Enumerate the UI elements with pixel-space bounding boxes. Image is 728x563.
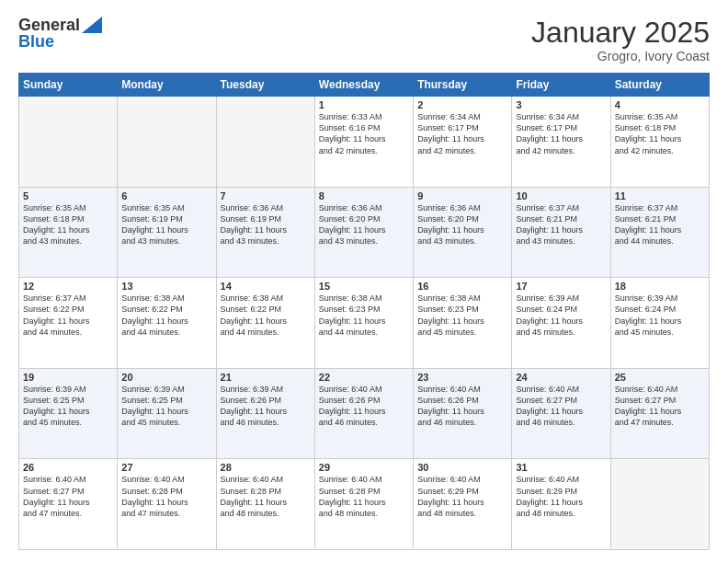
calendar-day-cell bbox=[19, 97, 118, 188]
calendar-day-cell: 19Sunrise: 6:39 AM Sunset: 6:25 PM Dayli… bbox=[19, 368, 118, 459]
day-number: 3 bbox=[516, 99, 606, 110]
day-info: Sunrise: 6:37 AM Sunset: 6:21 PM Dayligh… bbox=[615, 202, 705, 247]
calendar-day-cell: 15Sunrise: 6:38 AM Sunset: 6:23 PM Dayli… bbox=[314, 278, 413, 369]
page: General Blue January 2025 Grogro, Ivory … bbox=[0, 0, 728, 563]
calendar-day-cell: 1Sunrise: 6:33 AM Sunset: 6:16 PM Daylig… bbox=[314, 97, 413, 188]
calendar-day-cell: 22Sunrise: 6:40 AM Sunset: 6:26 PM Dayli… bbox=[314, 368, 413, 459]
day-info: Sunrise: 6:39 AM Sunset: 6:25 PM Dayligh… bbox=[23, 384, 113, 429]
day-info: Sunrise: 6:35 AM Sunset: 6:18 PM Dayligh… bbox=[615, 111, 705, 156]
day-info: Sunrise: 6:36 AM Sunset: 6:20 PM Dayligh… bbox=[319, 202, 409, 247]
calendar-day-cell: 14Sunrise: 6:38 AM Sunset: 6:22 PM Dayli… bbox=[216, 278, 314, 369]
calendar-day-cell bbox=[610, 459, 709, 550]
day-number: 5 bbox=[23, 190, 113, 201]
day-info: Sunrise: 6:40 AM Sunset: 6:28 PM Dayligh… bbox=[121, 474, 211, 519]
calendar-week-row: 19Sunrise: 6:39 AM Sunset: 6:25 PM Dayli… bbox=[19, 368, 710, 459]
day-info: Sunrise: 6:37 AM Sunset: 6:21 PM Dayligh… bbox=[516, 202, 606, 247]
calendar-header-sunday: Sunday bbox=[19, 74, 118, 97]
day-number: 19 bbox=[23, 372, 113, 383]
calendar-day-cell: 30Sunrise: 6:40 AM Sunset: 6:29 PM Dayli… bbox=[414, 459, 512, 550]
day-info: Sunrise: 6:38 AM Sunset: 6:22 PM Dayligh… bbox=[221, 293, 311, 338]
day-number: 13 bbox=[121, 281, 211, 292]
month-title: January 2025 bbox=[531, 17, 710, 49]
day-number: 28 bbox=[221, 462, 311, 473]
calendar-day-cell: 4Sunrise: 6:35 AM Sunset: 6:18 PM Daylig… bbox=[610, 97, 709, 188]
day-number: 6 bbox=[121, 190, 211, 201]
calendar-header-row: SundayMondayTuesdayWednesdayThursdayFrid… bbox=[19, 74, 710, 97]
day-info: Sunrise: 6:39 AM Sunset: 6:24 PM Dayligh… bbox=[516, 293, 606, 338]
day-number: 18 bbox=[615, 281, 705, 292]
calendar-day-cell: 3Sunrise: 6:34 AM Sunset: 6:17 PM Daylig… bbox=[512, 97, 610, 188]
calendar-day-cell: 25Sunrise: 6:40 AM Sunset: 6:27 PM Dayli… bbox=[610, 368, 709, 459]
day-info: Sunrise: 6:37 AM Sunset: 6:22 PM Dayligh… bbox=[23, 293, 113, 338]
calendar-day-cell: 9Sunrise: 6:36 AM Sunset: 6:20 PM Daylig… bbox=[414, 187, 512, 278]
logo-blue: Blue bbox=[18, 33, 54, 50]
calendar-day-cell: 6Sunrise: 6:35 AM Sunset: 6:19 PM Daylig… bbox=[118, 187, 216, 278]
day-info: Sunrise: 6:38 AM Sunset: 6:23 PM Dayligh… bbox=[417, 293, 507, 338]
day-number: 7 bbox=[221, 190, 311, 201]
day-info: Sunrise: 6:40 AM Sunset: 6:29 PM Dayligh… bbox=[516, 474, 606, 519]
calendar-day-cell: 7Sunrise: 6:36 AM Sunset: 6:19 PM Daylig… bbox=[216, 187, 314, 278]
day-number: 24 bbox=[516, 372, 606, 383]
day-info: Sunrise: 6:40 AM Sunset: 6:29 PM Dayligh… bbox=[417, 474, 507, 519]
calendar-header-wednesday: Wednesday bbox=[314, 74, 413, 97]
day-number: 25 bbox=[615, 372, 705, 383]
day-info: Sunrise: 6:34 AM Sunset: 6:17 PM Dayligh… bbox=[417, 111, 507, 156]
calendar-day-cell: 11Sunrise: 6:37 AM Sunset: 6:21 PM Dayli… bbox=[610, 187, 709, 278]
day-info: Sunrise: 6:35 AM Sunset: 6:18 PM Dayligh… bbox=[23, 202, 113, 247]
calendar-week-row: 12Sunrise: 6:37 AM Sunset: 6:22 PM Dayli… bbox=[19, 278, 710, 369]
day-info: Sunrise: 6:39 AM Sunset: 6:25 PM Dayligh… bbox=[121, 384, 211, 429]
header-right: January 2025 Grogro, Ivory Coast bbox=[531, 17, 710, 63]
calendar-day-cell: 21Sunrise: 6:39 AM Sunset: 6:26 PM Dayli… bbox=[216, 368, 314, 459]
calendar-day-cell: 2Sunrise: 6:34 AM Sunset: 6:17 PM Daylig… bbox=[414, 97, 512, 188]
calendar-day-cell: 31Sunrise: 6:40 AM Sunset: 6:29 PM Dayli… bbox=[512, 459, 610, 550]
calendar-header-monday: Monday bbox=[118, 74, 216, 97]
day-info: Sunrise: 6:40 AM Sunset: 6:28 PM Dayligh… bbox=[319, 474, 409, 519]
svg-marker-0 bbox=[82, 17, 102, 33]
day-info: Sunrise: 6:40 AM Sunset: 6:27 PM Dayligh… bbox=[615, 384, 705, 429]
day-info: Sunrise: 6:40 AM Sunset: 6:26 PM Dayligh… bbox=[319, 384, 409, 429]
calendar-week-row: 5Sunrise: 6:35 AM Sunset: 6:18 PM Daylig… bbox=[19, 187, 710, 278]
calendar-day-cell: 20Sunrise: 6:39 AM Sunset: 6:25 PM Dayli… bbox=[118, 368, 216, 459]
day-number: 30 bbox=[417, 462, 507, 473]
day-info: Sunrise: 6:34 AM Sunset: 6:17 PM Dayligh… bbox=[516, 111, 606, 156]
day-number: 2 bbox=[417, 99, 507, 110]
day-number: 31 bbox=[516, 462, 606, 473]
day-number: 21 bbox=[221, 372, 311, 383]
calendar-day-cell: 13Sunrise: 6:38 AM Sunset: 6:22 PM Dayli… bbox=[118, 278, 216, 369]
calendar-day-cell: 27Sunrise: 6:40 AM Sunset: 6:28 PM Dayli… bbox=[118, 459, 216, 550]
day-number: 8 bbox=[319, 190, 409, 201]
day-number: 10 bbox=[516, 190, 606, 201]
logo: General Blue bbox=[18, 17, 102, 50]
calendar-day-cell: 10Sunrise: 6:37 AM Sunset: 6:21 PM Dayli… bbox=[512, 187, 610, 278]
calendar-day-cell: 17Sunrise: 6:39 AM Sunset: 6:24 PM Dayli… bbox=[512, 278, 610, 369]
calendar-day-cell: 5Sunrise: 6:35 AM Sunset: 6:18 PM Daylig… bbox=[19, 187, 118, 278]
day-number: 12 bbox=[23, 281, 113, 292]
calendar-day-cell: 29Sunrise: 6:40 AM Sunset: 6:28 PM Dayli… bbox=[314, 459, 413, 550]
calendar-week-row: 1Sunrise: 6:33 AM Sunset: 6:16 PM Daylig… bbox=[19, 97, 710, 188]
calendar-day-cell: 8Sunrise: 6:36 AM Sunset: 6:20 PM Daylig… bbox=[314, 187, 413, 278]
day-info: Sunrise: 6:33 AM Sunset: 6:16 PM Dayligh… bbox=[319, 111, 409, 156]
calendar-day-cell: 12Sunrise: 6:37 AM Sunset: 6:22 PM Dayli… bbox=[19, 278, 118, 369]
day-info: Sunrise: 6:40 AM Sunset: 6:26 PM Dayligh… bbox=[417, 384, 507, 429]
day-info: Sunrise: 6:36 AM Sunset: 6:19 PM Dayligh… bbox=[221, 202, 311, 247]
calendar-day-cell: 28Sunrise: 6:40 AM Sunset: 6:28 PM Dayli… bbox=[216, 459, 314, 550]
calendar-day-cell bbox=[216, 97, 314, 188]
day-number: 14 bbox=[221, 281, 311, 292]
day-number: 22 bbox=[319, 372, 409, 383]
day-info: Sunrise: 6:39 AM Sunset: 6:24 PM Dayligh… bbox=[615, 293, 705, 338]
calendar-table: SundayMondayTuesdayWednesdayThursdayFrid… bbox=[18, 73, 710, 550]
day-number: 29 bbox=[319, 462, 409, 473]
header: General Blue January 2025 Grogro, Ivory … bbox=[18, 17, 710, 63]
day-number: 11 bbox=[615, 190, 705, 201]
day-number: 9 bbox=[417, 190, 507, 201]
day-number: 26 bbox=[23, 462, 113, 473]
calendar-day-cell: 18Sunrise: 6:39 AM Sunset: 6:24 PM Dayli… bbox=[610, 278, 709, 369]
day-info: Sunrise: 6:36 AM Sunset: 6:20 PM Dayligh… bbox=[417, 202, 507, 247]
logo-icon bbox=[82, 17, 102, 33]
day-info: Sunrise: 6:35 AM Sunset: 6:19 PM Dayligh… bbox=[121, 202, 211, 247]
day-info: Sunrise: 6:40 AM Sunset: 6:27 PM Dayligh… bbox=[516, 384, 606, 429]
day-number: 4 bbox=[615, 99, 705, 110]
day-number: 20 bbox=[121, 372, 211, 383]
day-info: Sunrise: 6:38 AM Sunset: 6:23 PM Dayligh… bbox=[319, 293, 409, 338]
logo-general: General bbox=[18, 17, 80, 33]
